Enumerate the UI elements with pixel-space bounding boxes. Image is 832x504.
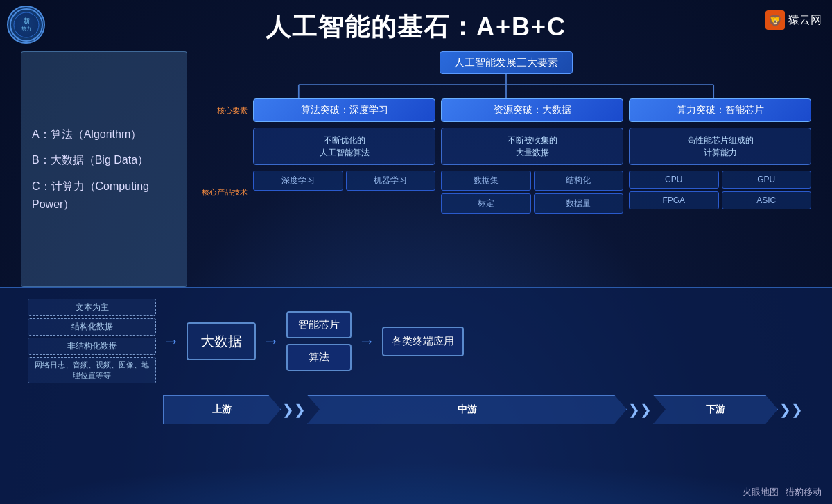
- mid-boxes: 智能芯片 算法: [286, 311, 352, 371]
- compute-header: 算力突破：智能芯片: [629, 98, 811, 122]
- algo-product-grid: 深度学习 机器学习: [253, 171, 435, 191]
- left-box-line-1: A：算法（Algorithm）: [32, 125, 176, 144]
- compute-product-2: GPU: [722, 171, 812, 189]
- chevron-midstream: 中游: [307, 395, 627, 424]
- chevron-arrows-2: ❯❯: [628, 401, 652, 418]
- algo-product-col: 深度学习 机器学习: [253, 171, 435, 214]
- page-title: 人工智能的基石：A+B+C: [0, 0, 832, 51]
- top-node-row: 人工智能发展三大要素: [201, 51, 811, 74]
- bottom-logo-2: 猎豹移动: [786, 486, 822, 498]
- algo-product-2: 机器学习: [346, 171, 436, 191]
- algo-col: 算法突破：深度学习: [253, 98, 435, 122]
- chevron-row: 上游 ❯❯ 中游 ❯❯ 下游 ❯❯: [28, 394, 804, 425]
- flow-arrow-3: →: [358, 331, 375, 351]
- data-sub-col: 不断被收集的大量数据: [441, 128, 623, 165]
- data-header: 资源突破：大数据: [441, 98, 623, 122]
- compute-product-col: CPU GPU FPGA ASIC: [629, 171, 811, 214]
- algo-sub-col: 不断优化的人工智能算法: [253, 128, 435, 165]
- svg-text:新: 新: [23, 17, 29, 24]
- big-data-box: 大数据: [187, 322, 256, 360]
- chevron-label-midstream: 中游: [458, 403, 477, 416]
- tree-connector-svg: [201, 74, 811, 98]
- logo-circle: 新 势力: [7, 6, 45, 44]
- flow-row: 文本为主 结构化数据 非结构化数据 网络日志、音频、视频、图像、地理位置等等 →…: [28, 299, 804, 383]
- top-right-logo: 🦁 猿云网: [765, 10, 822, 30]
- flow-arrow-2: →: [263, 331, 279, 351]
- top-right-icon: 🦁: [765, 10, 785, 30]
- core-cols: 算法突破：深度学习 资源突破：大数据 算力突破：智能芯片: [253, 98, 811, 122]
- subbox-cols: 不断优化的人工智能算法 不断被收集的大量数据 高性能芯片组成的计算能力: [253, 128, 811, 165]
- bottom-logo-1: 火眼地图: [743, 486, 779, 498]
- lower-section: 文本为主 结构化数据 非结构化数据 网络日志、音频、视频、图像、地理位置等等 →…: [0, 287, 832, 504]
- compute-subbox: 高性能芯片组成的计算能力: [629, 128, 811, 165]
- algo-product-1: 深度学习: [253, 171, 343, 191]
- data-product-grid: 数据集 结构化 标定 数据量: [441, 171, 623, 214]
- svg-text:势力: 势力: [21, 26, 31, 32]
- diagram-area: 人工智能发展三大要素 核心要素 算法突破：深度学习: [201, 51, 811, 287]
- full-diagram: 人工智能发展三大要素 核心要素 算法突破：深度学习: [201, 51, 811, 214]
- flow-left-3: 非结构化数据: [28, 338, 156, 355]
- mid-box-1: 智能芯片: [286, 311, 352, 338]
- compute-product-1: CPU: [629, 171, 719, 189]
- product-cols: 深度学习 机器学习 数据集 结构化 标定 数据量: [253, 171, 811, 214]
- flow-left-4: 网络日志、音频、视频、图像、地理位置等等: [28, 357, 156, 383]
- top-right-text: 猿云网: [788, 13, 822, 28]
- bottom-logos: 火眼地图 猎豹移动: [743, 486, 822, 498]
- main-wrapper: 人工智能的基石：A+B+C A：算法（Algorithm） B：大数据（Big …: [0, 0, 832, 504]
- left-box-line-2: B：大数据（Big Data）: [32, 151, 176, 169]
- data-product-col: 数据集 结构化 标定 数据量: [441, 171, 623, 214]
- chevron-upstream: 上游: [163, 395, 281, 424]
- flow-left-1: 文本为主: [28, 299, 156, 316]
- data-product-4: 数据量: [534, 193, 624, 214]
- compute-product-4: ASIC: [722, 191, 812, 209]
- flow-left-2: 结构化数据: [28, 318, 156, 336]
- compute-sub-col: 高性能芯片组成的计算能力: [629, 128, 811, 165]
- row-label-product: 核心产品技术: [201, 187, 253, 197]
- subbox-row: 不断优化的人工智能算法 不断被收集的大量数据 高性能芯片组成的计算能力: [201, 128, 811, 165]
- left-info-box: A：算法（Algorithm） B：大数据（Big Data） C：计算力（Co…: [21, 51, 187, 287]
- data-product-1: 数据集: [441, 171, 531, 191]
- svg-point-1: [14, 12, 39, 37]
- compute-product-3: FPGA: [629, 191, 719, 209]
- end-box: 各类终端应用: [382, 327, 464, 356]
- algo-subbox: 不断优化的人工智能算法: [253, 128, 435, 165]
- left-box-line-3: C：计算力（Computing Power）: [32, 177, 176, 213]
- algo-header: 算法突破：深度学习: [253, 98, 435, 122]
- data-subbox: 不断被收集的大量数据: [441, 128, 623, 165]
- data-col: 资源突破：大数据: [441, 98, 623, 122]
- chevron-label-downstream: 下游: [706, 403, 725, 416]
- stacked-dashes: 文本为主 结构化数据 非结构化数据 网络日志、音频、视频、图像、地理位置等等: [28, 299, 156, 383]
- core-element-row: 核心要素 算法突破：深度学习 资源突破：大数据 算力突破：智能芯片: [201, 98, 811, 122]
- row-label-core: 核心要素: [201, 105, 253, 115]
- data-product-2: 结构化: [534, 171, 624, 191]
- chevron-downstream: 下游: [653, 395, 778, 424]
- top-node: 人工智能发展三大要素: [440, 51, 573, 74]
- chevron-label-upstream: 上游: [212, 403, 232, 416]
- compute-product-grid: CPU GPU FPGA ASIC: [629, 171, 811, 209]
- compute-col: 算力突破：智能芯片: [629, 98, 811, 122]
- top-left-logo: 新 势力: [7, 6, 45, 44]
- data-product-3: 标定: [441, 193, 531, 214]
- product-row: 核心产品技术 深度学习 机器学习 数据集: [201, 171, 811, 214]
- upper-section: A：算法（Algorithm） B：大数据（Big Data） C：计算力（Co…: [0, 51, 832, 287]
- chevron-arrows-3: ❯❯: [779, 401, 803, 418]
- chevron-arrows-1: ❯❯: [282, 401, 306, 418]
- mid-box-2: 算法: [286, 344, 352, 371]
- flow-arrow-1: →: [163, 331, 180, 351]
